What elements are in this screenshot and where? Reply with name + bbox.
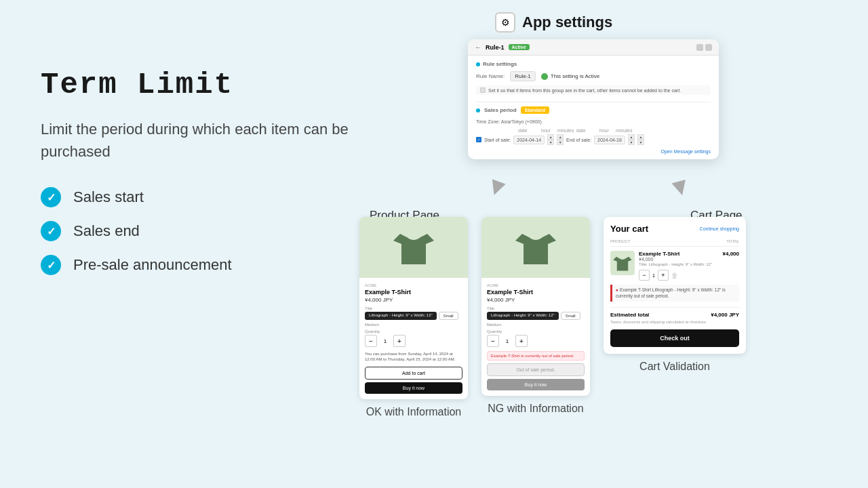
win-close-btn[interactable] bbox=[696, 44, 703, 51]
end-hour-spinner[interactable]: ▲ ▼ bbox=[628, 134, 635, 145]
list-item: Sales start bbox=[41, 187, 366, 207]
arrow-left: ▼ bbox=[481, 169, 513, 205]
settings-body: Rule settings Rule Name: Rule-1 This set… bbox=[468, 56, 719, 159]
cart-header-row: Your cart Continue shopping bbox=[610, 224, 739, 234]
settings-window: ← Rule-1 Active Rule settings Rule Name:… bbox=[468, 39, 719, 159]
cart-tshirt-svg bbox=[613, 252, 632, 274]
ok-qty-decrease[interactable]: − bbox=[365, 335, 377, 347]
window-controls bbox=[696, 44, 712, 51]
rule-active-badge: Active bbox=[509, 44, 530, 50]
start-date-checkbox[interactable]: ✓ bbox=[476, 137, 481, 142]
start-date-input[interactable]: 2024-04-14 bbox=[513, 136, 545, 144]
spin-up[interactable]: ▲ bbox=[557, 134, 564, 140]
rule-name-header: Rule-1 bbox=[486, 44, 505, 51]
check-icon bbox=[41, 255, 61, 275]
ok-qty-increase[interactable]: + bbox=[393, 335, 406, 347]
sales-period-badge: Standard bbox=[521, 106, 549, 114]
ok-add-to-cart-button[interactable]: Add to cart bbox=[365, 367, 462, 380]
start-hour-spinner[interactable]: ▲ ▼ bbox=[547, 134, 554, 145]
end-min-spinner[interactable]: ▲ ▼ bbox=[637, 134, 644, 145]
ok-product-price: ¥4,000 JPY bbox=[365, 297, 462, 303]
ng-product-price: ¥4,000 JPY bbox=[487, 297, 585, 303]
app-settings-panel: ⚙ App settings ← Rule-1 Active Rule sett… bbox=[468, 12, 719, 159]
back-arrow-icon[interactable]: ← bbox=[475, 43, 481, 51]
cart-item-image bbox=[610, 251, 635, 275]
cart-title: Your cart bbox=[610, 224, 648, 234]
rule-name-input[interactable]: Rule-1 bbox=[510, 71, 536, 81]
ok-panel-group: ACME Example T-Shirt ¥4,000 JPY Title Li… bbox=[359, 217, 468, 418]
ok-variant-tags: Lithograph - Height: 9" x Width: 12" Sma… bbox=[365, 312, 462, 320]
cart-qty-increase[interactable]: + bbox=[658, 270, 669, 281]
ng-variant-tags: Lithograph - Height: 9" x Width: 12" Sma… bbox=[487, 312, 585, 320]
settings-window-title-row: ← Rule-1 Active bbox=[475, 43, 530, 51]
ok-qty-label: Quantity bbox=[365, 329, 462, 333]
win-minimize-btn[interactable] bbox=[705, 44, 712, 51]
cart-qty-value: 1 bbox=[652, 273, 655, 278]
tshirt-svg-ok bbox=[393, 224, 434, 271]
ng-product-image bbox=[481, 217, 590, 278]
ng-error-message: Example T-Shirt is currently out of sale… bbox=[487, 351, 585, 361]
ok-variant-primary[interactable]: Lithograph - Height: 9" x Width: 12" bbox=[365, 312, 437, 320]
ok-brand: ACME bbox=[365, 283, 462, 287]
app-icon: ⚙ bbox=[495, 12, 515, 33]
spin-up[interactable]: ▲ bbox=[628, 134, 635, 140]
group-checkbox[interactable] bbox=[480, 87, 486, 93]
ok-medium-label: Medium bbox=[365, 323, 462, 327]
list-item: Sales end bbox=[41, 221, 366, 241]
spin-down[interactable]: ▼ bbox=[547, 140, 554, 145]
start-label: Start of sale: bbox=[484, 138, 511, 142]
ng-title-label: Title bbox=[487, 306, 585, 310]
ng-qty-row: − 1 + bbox=[487, 335, 585, 347]
active-dot bbox=[541, 73, 548, 80]
start-min-spinner[interactable]: ▲ ▼ bbox=[557, 134, 564, 145]
ng-panel-group: ACME Example T-Shirt ¥4,000 JPY Title Li… bbox=[481, 217, 590, 415]
error-dot-icon: ● bbox=[616, 287, 618, 292]
end-label: End of sale: bbox=[566, 138, 591, 142]
cart-qty-row: − 1 + 🗑 bbox=[639, 270, 719, 281]
active-indicator: This setting is Active bbox=[541, 73, 599, 80]
hour-col2: hour bbox=[599, 128, 613, 133]
ok-buy-now-button[interactable]: Buy it now bbox=[365, 382, 462, 394]
ok-product-image bbox=[359, 217, 468, 278]
spin-down[interactable]: ▼ bbox=[637, 140, 644, 145]
ok-variant-size[interactable]: Small bbox=[439, 312, 458, 320]
ng-qty-decrease[interactable]: − bbox=[487, 335, 499, 347]
app-settings-header: ⚙ App settings bbox=[468, 12, 719, 33]
feature-label: Sales start bbox=[73, 188, 144, 206]
ng-variant-size[interactable]: Small bbox=[561, 312, 580, 320]
cart-item-name: Example T-Shirt bbox=[639, 251, 719, 257]
check-icon bbox=[41, 221, 61, 241]
spin-down[interactable]: ▼ bbox=[557, 140, 564, 145]
end-date-input[interactable]: 2024-04-18 bbox=[594, 136, 625, 144]
ok-sublabel: OK with Information bbox=[366, 406, 462, 418]
cart-item-total: ¥4,000 bbox=[723, 251, 739, 281]
spin-up[interactable]: ▲ bbox=[637, 134, 644, 140]
checkout-button[interactable]: Check out bbox=[610, 329, 739, 347]
open-message-link[interactable]: Open Message settings bbox=[476, 149, 711, 154]
continue-shopping-link[interactable]: Continue shopping bbox=[700, 226, 739, 231]
rule-settings-label: Rule settings bbox=[476, 61, 711, 67]
subtitle-text: Limit the period during which each item … bbox=[41, 118, 366, 163]
app-icon-glyph: ⚙ bbox=[501, 17, 510, 28]
ng-variant-primary[interactable]: Lithograph - Height: 9" x Width: 12" bbox=[487, 312, 559, 320]
cart-item-price: ¥4,000 bbox=[639, 257, 719, 262]
cart-mock: Your cart Continue shopping PRODUCT TOTA… bbox=[604, 217, 746, 354]
date-col2: date bbox=[576, 128, 597, 133]
arrow-right: ▼ bbox=[665, 170, 695, 204]
bottom-panels: ACME Example T-Shirt ¥4,000 JPY Title Li… bbox=[359, 217, 746, 418]
spin-down[interactable]: ▼ bbox=[628, 140, 635, 145]
ok-product-name: Example T-Shirt bbox=[365, 289, 462, 296]
tshirt-svg-ng bbox=[515, 224, 556, 271]
ng-qty-increase[interactable]: + bbox=[515, 335, 528, 347]
min-col2: minutes bbox=[616, 128, 632, 133]
ok-qty-row: − 1 + bbox=[365, 335, 462, 347]
timezone-row: Time Zone: Asia/Tokyo (+0900) bbox=[476, 119, 711, 124]
ok-product-body: ACME Example T-Shirt ¥4,000 JPY Title Li… bbox=[359, 278, 468, 399]
section-dot bbox=[476, 108, 480, 113]
cart-qty-decrease[interactable]: − bbox=[639, 270, 650, 281]
trash-icon[interactable]: 🗑 bbox=[671, 272, 678, 279]
cart-panel-group: Your cart Continue shopping PRODUCT TOTA… bbox=[604, 217, 746, 373]
feature-list: Sales start Sales end Pre-sale announcem… bbox=[41, 187, 366, 275]
date-row: ✓ Start of sale: 2024-04-14 ▲ ▼ ▲ ▼ End … bbox=[476, 134, 711, 145]
spin-up[interactable]: ▲ bbox=[547, 134, 554, 140]
